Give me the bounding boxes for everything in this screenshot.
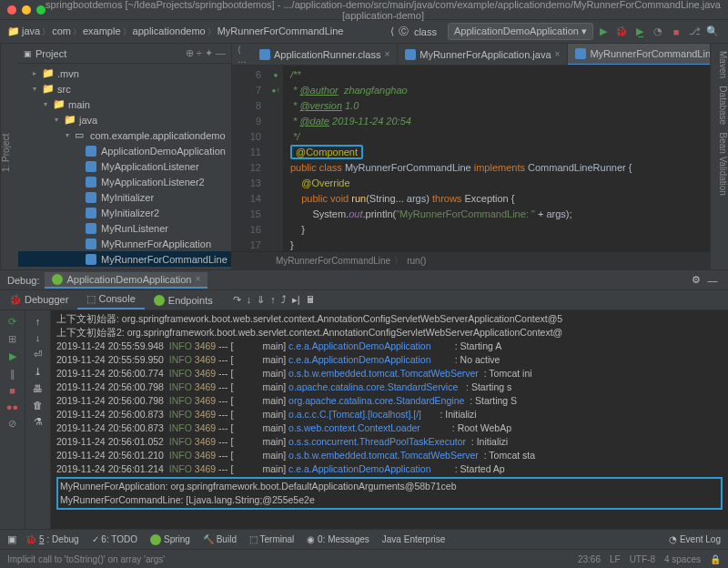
debug-tab-endpoints[interactable]: Endpoints: [145, 290, 222, 309]
up-icon: ↑: [35, 316, 41, 327]
tree-item-MyApplicationListener[interactable]: MyApplicationListener: [18, 158, 231, 174]
project-title: Project: [35, 48, 66, 59]
debug-stepping-icons[interactable]: ↷↓⇓↑⤴▸|🖩: [233, 294, 316, 306]
editor: ⟨ … ApplicationRunner.class×MyRunnerForA…: [232, 44, 710, 269]
force-step-icon: ⇓: [257, 294, 265, 306]
wrap-icon: ⏎: [34, 349, 42, 360]
editor-tab[interactable]: MyRunnerForApplication.java×: [398, 44, 568, 66]
class-chevron[interactable]: ⟨: [390, 25, 394, 37]
close-icon[interactable]: ×: [384, 49, 389, 59]
pause-icon: ‖: [10, 368, 15, 380]
minimize-icon[interactable]: —: [704, 272, 721, 289]
down-icon: ↓: [35, 332, 41, 343]
popup-icon: ⊞: [8, 333, 16, 345]
close-icon[interactable]: ×: [555, 49, 561, 59]
console-output[interactable]: 上下文初始器: org.springframework.boot.web.ser…: [51, 310, 728, 529]
print-icon: 🖶: [33, 383, 43, 394]
tree-item-MyInitializer2[interactable]: MyInitializer2: [18, 205, 231, 220]
tree-item-src[interactable]: ▾📁src: [18, 81, 231, 96]
editor-tab[interactable]: ApplicationRunner.class×: [252, 44, 398, 66]
editor-tab[interactable]: MyRunnerForCommandLine.java×: [568, 44, 710, 66]
rerun-icon: ⟳: [8, 316, 16, 328]
project-panel: ▣ Project ⊕ ÷ ✦ — ▸📁.mvn▾📁src▾📁main▾📁jav…: [18, 44, 232, 269]
tool-window-button[interactable]: Java Enterprise: [382, 534, 445, 545]
status-bar: Implicit call to 'toString()' on array '…: [0, 549, 728, 568]
editor-tabs: ⟨ … ApplicationRunner.class×MyRunnerForA…: [232, 44, 710, 66]
debug-tab-console[interactable]: ⬚ Console: [77, 290, 144, 309]
close-window-icon[interactable]: [7, 5, 16, 15]
class-label: class: [414, 26, 437, 37]
profile-icon[interactable]: ◔: [650, 24, 666, 40]
debug-run-toolbar[interactable]: ⟳ ⊞ ▶ ‖ ■ ●● ⊘: [0, 310, 25, 529]
lock-icon[interactable]: 🔒: [710, 554, 721, 564]
project-settings-icon[interactable]: ⊕ ÷ ✦ —: [186, 47, 226, 59]
step-into-icon: ↓: [247, 294, 252, 306]
tool-window-button[interactable]: ◉ 0: Messages: [307, 534, 369, 545]
tool-toggle-icon[interactable]: ▣: [7, 533, 16, 545]
debug-icon[interactable]: 🐞: [613, 24, 630, 40]
indent[interactable]: 4 spaces: [664, 554, 701, 564]
navigation-bar: 📁 java〉com〉example〉applicationdemo〉MyRun…: [0, 20, 728, 44]
debug-subtabs: 🐞 Debugger⬚ Console Endpoints ↷↓⇓↑⤴▸|🖩: [0, 290, 728, 310]
tool-window-button[interactable]: Spring: [150, 534, 190, 545]
event-log-button[interactable]: ◔ Event Log: [669, 534, 721, 544]
tree-item-MyRunnerForApplication[interactable]: MyRunnerForApplication: [18, 236, 231, 251]
tree-item-main[interactable]: ▾📁main: [18, 96, 231, 112]
mute-breakpoints-icon: ⊘: [8, 418, 16, 430]
project-tree[interactable]: ▸📁.mvn▾📁src▾📁main▾📁java▾▭com.example.app…: [18, 64, 231, 269]
tool-window-button[interactable]: ⬚ Terminal: [249, 534, 294, 545]
coverage-icon[interactable]: ▶̲: [632, 24, 648, 40]
stop-icon: ■: [9, 385, 15, 396]
project-header: ▣ Project ⊕ ÷ ✦ —: [18, 44, 231, 64]
caret-position[interactable]: 23:66: [578, 554, 601, 564]
debug-title: Debug:: [7, 275, 39, 286]
tree-item-MyApplicationListener2[interactable]: MyApplicationListener2: [18, 174, 231, 189]
folder-icon: 📁: [7, 25, 20, 37]
tree-item-MyRunListener[interactable]: MyRunListener: [18, 220, 231, 236]
git-icon[interactable]: ⎇: [686, 24, 703, 40]
tree-item-.mvn[interactable]: ▸📁.mvn: [18, 66, 231, 81]
search-icon[interactable]: 🔍: [704, 24, 721, 40]
breakpoints-icon: ●●: [6, 401, 18, 412]
minimize-window-icon[interactable]: [22, 5, 31, 15]
java-file-icon: [259, 49, 270, 60]
clear-icon: 🗑: [33, 400, 43, 411]
gutter-markers[interactable]: ●●↑: [268, 66, 283, 251]
breadcrumb-path[interactable]: java〉com〉example〉applicationdemo〉MyRunne…: [22, 25, 343, 38]
resume-icon: ▶: [9, 350, 16, 362]
java-file-icon: [405, 49, 416, 60]
filter-icon: ⚗: [34, 416, 43, 428]
drop-frame-icon: ⤴: [281, 294, 287, 306]
close-icon[interactable]: ×: [195, 274, 200, 284]
tree-item-com.example.applicationdemo[interactable]: ▾▭com.example.applicationdemo: [18, 127, 231, 143]
gear-icon[interactable]: ⚙: [688, 272, 704, 289]
tool-window-button[interactable]: 🔨 Build: [203, 534, 237, 545]
run-icon[interactable]: ▶: [595, 24, 612, 40]
tool-window-button[interactable]: 🐞 5: Debug: [25, 534, 79, 545]
tree-item-MyRunnerForCommandLine[interactable]: MyRunnerForCommandLine: [18, 251, 231, 267]
java-file-icon: [575, 48, 586, 59]
console-toolbar[interactable]: ↑ ↓ ⏎ ⤓ 🖶 🗑 ⚗: [25, 310, 51, 529]
stop-icon[interactable]: ■: [668, 24, 684, 40]
tree-item-java[interactable]: ▾📁java: [18, 112, 231, 127]
tool-window-button[interactable]: ✓ 6: TODO: [92, 534, 137, 545]
debug-run-tab[interactable]: ApplicationDemoApplication ×: [45, 272, 207, 289]
code-area[interactable]: /** * @author zhangfanghao * @version 1.…: [283, 66, 710, 251]
tool-window-bar: ▣ 🐞 5: Debug✓ 6: TODO Spring🔨 Build⬚ Ter…: [0, 529, 728, 549]
gutter[interactable]: 67891011121314151617: [232, 66, 268, 251]
run-config-select[interactable]: ApplicationDemoApplication ▾: [448, 23, 593, 40]
run-to-cursor-icon: ▸|: [292, 294, 300, 306]
tab-overflow-icon[interactable]: ⟨ …: [238, 45, 247, 65]
encoding[interactable]: UTF-8: [630, 554, 655, 564]
zoom-window-icon[interactable]: [36, 5, 46, 15]
editor-breadcrumb[interactable]: MyRunnerForCommandLine〉run(): [232, 251, 710, 269]
right-tool-rail[interactable]: Maven Database Bean Validation: [710, 44, 728, 269]
evaluate-icon: 🖩: [306, 294, 316, 306]
tree-item-ApplicationDemoApplication[interactable]: ApplicationDemoApplication: [18, 143, 231, 158]
left-tool-rail[interactable]: 1: Project: [0, 44, 18, 269]
line-sep[interactable]: LF: [610, 554, 621, 564]
tree-item-MyInitializer[interactable]: MyInitializer: [18, 189, 231, 205]
window-title: springbootdemos [~/IdeaProjects/springbo…: [46, 0, 721, 21]
tree-item-resources[interactable]: ▾📁resources: [18, 267, 231, 269]
debug-tab-debugger[interactable]: 🐞 Debugger: [0, 290, 77, 309]
